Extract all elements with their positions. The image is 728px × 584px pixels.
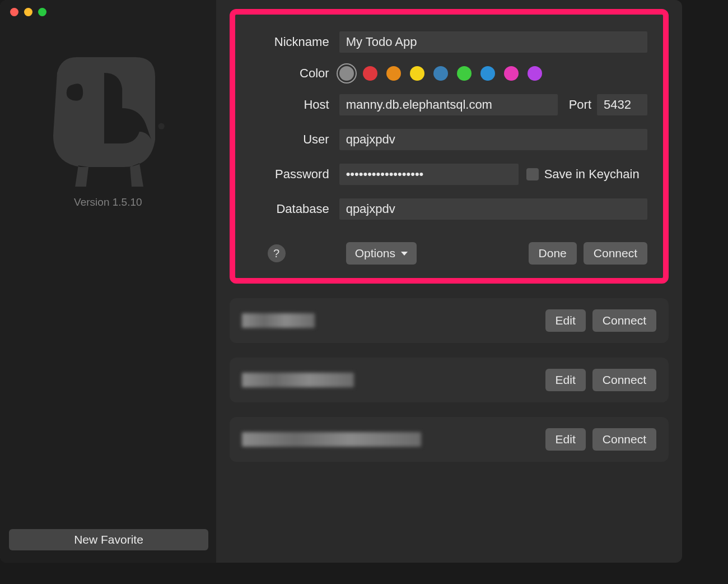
saved-connection-name [242,313,315,328]
port-input[interactable] [597,94,647,115]
connection-editor-panel: Nickname Color Host Port User Password [230,9,669,284]
color-swatch-gray[interactable] [339,66,354,81]
edit-button[interactable]: Edit [545,309,586,332]
app-window: Version 1.5.10 New Favorite Nickname Col… [0,0,682,563]
nickname-label: Nickname [251,35,329,49]
connect-button[interactable]: Connect [592,428,656,451]
saved-connection-name [242,373,354,387]
options-dropdown-button[interactable]: Options [346,242,417,265]
version-label: Version 1.5.10 [74,196,142,208]
connect-button[interactable]: Connect [592,369,656,391]
password-input[interactable] [339,164,519,185]
save-keychain-checkbox[interactable] [526,168,539,180]
saved-connection-name [242,432,421,447]
color-swatch-pink[interactable] [504,66,519,81]
user-label: User [251,132,329,147]
color-swatch-yellow[interactable] [410,66,424,81]
user-input[interactable] [339,129,647,150]
database-input[interactable] [339,198,647,220]
port-label: Port [569,98,591,112]
fullscreen-window-button[interactable] [38,8,46,16]
host-input[interactable] [339,94,558,115]
options-label: Options [355,247,395,260]
host-label: Host [251,98,329,112]
chevron-down-icon [401,252,408,256]
color-swatches [339,66,542,81]
edit-button[interactable]: Edit [545,369,586,391]
sidebar: Version 1.5.10 New Favorite [0,0,216,563]
color-swatch-green[interactable] [457,66,472,81]
main-content: Nickname Color Host Port User Password [216,0,682,563]
svg-point-0 [158,123,164,129]
save-keychain-label: Save in Keychain [544,167,640,182]
nickname-input[interactable] [339,31,647,53]
help-button[interactable]: ? [268,244,286,262]
done-button[interactable]: Done [529,242,577,265]
window-controls [10,8,46,16]
color-label: Color [251,66,329,81]
close-window-button[interactable] [10,8,18,16]
saved-connections-list: EditConnectEditConnectEditConnect [230,298,669,462]
color-swatch-purple[interactable] [528,66,542,81]
connect-button[interactable]: Connect [584,242,647,265]
password-label: Password [251,167,329,182]
saved-connection-row[interactable]: EditConnect [230,417,669,462]
minimize-window-button[interactable] [24,8,32,16]
edit-button[interactable]: Edit [545,428,586,451]
database-label: Database [251,202,329,216]
color-swatch-blue[interactable] [480,66,495,81]
color-swatch-teal[interactable] [433,66,448,81]
connect-button[interactable]: Connect [592,309,656,332]
saved-connection-row[interactable]: EditConnect [230,358,669,402]
saved-connection-row[interactable]: EditConnect [230,298,669,343]
color-swatch-red[interactable] [363,66,377,81]
color-swatch-orange[interactable] [386,66,401,81]
new-favorite-button[interactable]: New Favorite [9,529,208,550]
postico-logo-icon [30,34,186,191]
